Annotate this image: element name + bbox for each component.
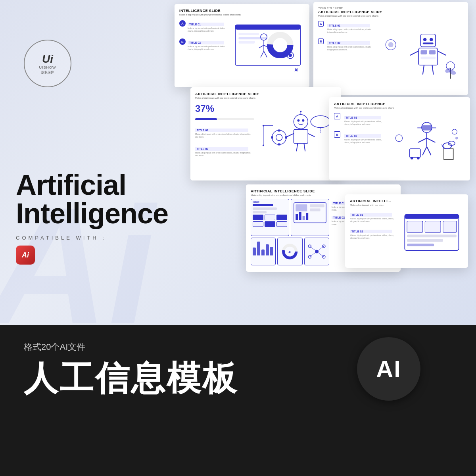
slide-preview-4[interactable]: ARTIFICIAL INTELLIGENCE Make a big impac… (329, 97, 470, 180)
svg-rect-107 (407, 239, 443, 242)
svg-point-70 (443, 143, 452, 149)
slide4-main-title: ARTIFICIAL INTELLIGENCE (334, 102, 465, 106)
svg-point-45 (276, 134, 282, 141)
svg-point-54 (263, 125, 264, 127)
slide3-progress-bar (195, 118, 217, 120)
slide3-percentage: 37% (195, 103, 254, 114)
uishow-copyright: 版权保护 (41, 70, 54, 75)
svg-point-38 (300, 111, 302, 112)
svg-rect-79 (296, 214, 298, 220)
svg-text:AI: AI (294, 68, 298, 72)
slide1-item-b-title: TITLE 02 (188, 41, 224, 44)
slide1-subtitle: Make a big impact with your professional… (179, 13, 305, 16)
svg-rect-57 (422, 125, 432, 131)
svg-point-50 (311, 116, 330, 128)
svg-rect-81 (303, 216, 305, 220)
slide1-item-a-title: TITLE 01 (188, 23, 224, 26)
svg-point-72 (396, 135, 403, 142)
slide1-illustration: AI (231, 18, 305, 80)
svg-point-73 (452, 129, 457, 134)
ai-badge-text: AI (376, 355, 401, 383)
slide3-body2: Make a big impact with professional slid… (195, 152, 254, 157)
uishow-ui-text: Ui (42, 53, 53, 65)
slide1-item-a-body: Make a big impact with professional slid… (188, 27, 228, 33)
slide2-item-b-body: Make a big impact with professional slid… (327, 46, 375, 51)
svg-point-18 (430, 38, 433, 41)
svg-line-42 (297, 143, 298, 151)
slide1-item-b-label: B (179, 38, 186, 45)
slide2-item-a-title: TITLE 01 (327, 24, 370, 27)
svg-line-94 (317, 251, 324, 257)
title-line1: Artificial (16, 171, 168, 199)
slide3-subtitle: Make a big impact with our professional … (195, 97, 336, 99)
svg-point-74 (455, 137, 458, 139)
svg-rect-82 (306, 213, 308, 220)
slide-preview-1[interactable]: INTELLIGENCE SLIDE Make a big impact wit… (175, 4, 309, 87)
slide6-main-title: ARTIFICIAL INTELLI... (350, 199, 463, 203)
left-text-area: Artificial Intelligence COMPATIBLE WITH … (16, 171, 168, 265)
svg-rect-1 (235, 25, 300, 29)
svg-rect-3 (239, 33, 259, 35)
uishow-label: UISHOW (39, 65, 56, 69)
svg-rect-102 (405, 214, 459, 219)
title-line2: Intelligence (16, 199, 168, 228)
slide2-illustration (378, 19, 463, 91)
slide3-body1: Make a big impact with professional slid… (195, 133, 254, 138)
svg-point-29 (388, 42, 393, 47)
slide3-main-title: ARTIFICIAL INTELLIGENCE SLIDE (195, 92, 336, 96)
uishow-badge: Ui UISHOW 版权保护 (24, 40, 71, 87)
main-title: Artificial Intelligence (16, 171, 168, 228)
slide2-main-title: ARTIFICIAL INTELLIGENCE SLIDE (318, 10, 463, 14)
svg-rect-47 (278, 143, 280, 145)
slide4-illustration (388, 111, 465, 173)
svg-line-62 (427, 138, 436, 142)
svg-line-24 (410, 51, 418, 56)
slide6-subtitle: Make a big impact with our pro... (350, 204, 463, 206)
svg-line-26 (423, 65, 424, 75)
slide1-item-a-label: A (179, 20, 186, 27)
compatible-label: COMPATIBLE WITH : (16, 235, 168, 241)
svg-rect-104 (425, 221, 441, 232)
svg-rect-78 (310, 208, 321, 211)
svg-rect-46 (278, 130, 280, 132)
slide-preview-6[interactable]: ARTIFICIAL INTELLI... Make a big impact … (345, 194, 468, 268)
svg-rect-48 (271, 136, 273, 139)
svg-rect-68 (444, 149, 453, 159)
slide-preview-3[interactable]: ARTIFICIAL INTELLIGENCE SLIDE Make a big… (190, 87, 341, 180)
svg-rect-49 (285, 136, 287, 139)
slide2-your-title: YOUR TITLE HERE (318, 7, 463, 10)
svg-line-91 (310, 246, 317, 251)
slide6-title1: TITLE 01 (350, 213, 392, 217)
svg-line-92 (317, 246, 324, 251)
slide2-item-b-title: TITLE 02 (327, 41, 370, 45)
svg-rect-23 (421, 57, 436, 59)
svg-rect-5 (239, 41, 255, 43)
top-section: Ai Ui UISHOW 版权保护 Artificial Intelligenc… (0, 0, 476, 325)
svg-point-44 (272, 131, 286, 145)
svg-point-36 (302, 119, 304, 122)
slide4-subtitle: Make a big impact with our professional … (334, 107, 465, 109)
svg-rect-16 (421, 34, 436, 47)
slide4-item-a-title: TITLE 01 (344, 116, 381, 119)
bottom-section: 格式20个AI文件 人工信息模板 AI (0, 325, 476, 476)
ai-circle-badge: AI (357, 337, 420, 401)
svg-point-34 (294, 115, 308, 129)
slide6-illustration (400, 209, 463, 261)
svg-rect-39 (294, 130, 308, 144)
svg-point-67 (417, 157, 419, 159)
svg-line-27 (432, 65, 434, 75)
ai-illustrator-icon: Ai (16, 246, 35, 265)
slide3-title2: TITLE 02 (195, 147, 248, 151)
svg-rect-19 (423, 42, 434, 44)
svg-line-40 (287, 134, 294, 137)
svg-rect-105 (443, 221, 457, 232)
svg-point-55 (263, 144, 264, 146)
svg-rect-103 (407, 221, 423, 232)
svg-rect-108 (407, 244, 434, 246)
svg-line-93 (310, 251, 317, 257)
slide2-item-a-body: Make a big impact with professional slid… (327, 28, 375, 34)
svg-line-25 (438, 51, 446, 56)
slide1-item-b-body: Make a big impact with professional slid… (188, 45, 228, 51)
slide-preview-2[interactable]: YOUR TITLE HERE ARTIFICIAL INTELLIGENCE … (313, 2, 468, 95)
svg-point-66 (411, 157, 413, 159)
